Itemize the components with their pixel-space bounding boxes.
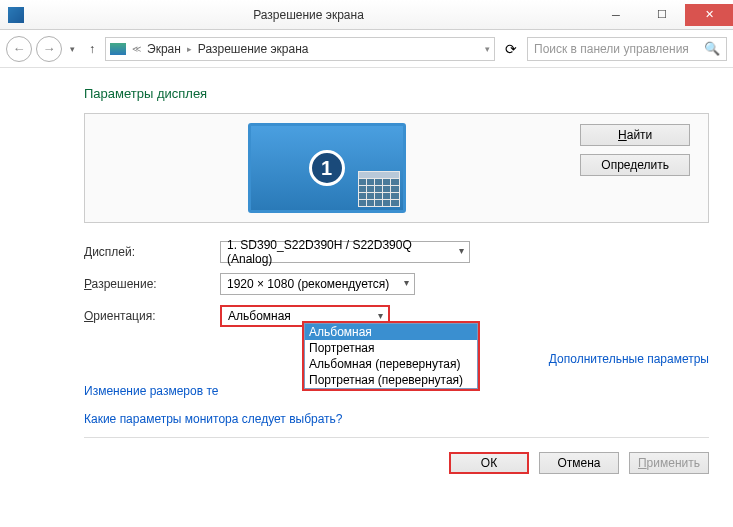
- resolution-row: Разрешение: 1920 × 1080 (рекомендуется): [84, 271, 709, 297]
- which-monitor-link[interactable]: Какие параметры монитора следует выбрать…: [84, 412, 343, 426]
- orientation-dropdown: Альбомная Портретная Альбомная (переверн…: [304, 323, 478, 389]
- resolution-select[interactable]: 1920 × 1080 (рекомендуется): [220, 273, 415, 295]
- titlebar: Разрешение экрана ─ ☐ ✕: [0, 0, 733, 30]
- dialog-footer: ОК Отмена Применить: [84, 437, 709, 474]
- navbar: ← → ▾ ↑ ≪ Экран ▸ Разрешение экрана ▾ ⟳ …: [0, 30, 733, 68]
- content-area: Параметры дисплея 1 Найти Определить Дис…: [0, 86, 733, 488]
- breadcrumb[interactable]: ≪ Экран ▸ Разрешение экрана ▾: [105, 37, 495, 61]
- display-label: Дисплей:: [84, 245, 220, 259]
- orientation-option[interactable]: Альбомная (перевернутая): [305, 356, 477, 372]
- up-button[interactable]: ↑: [83, 42, 101, 56]
- search-input[interactable]: Поиск в панели управления 🔍: [527, 37, 727, 61]
- find-button[interactable]: Найти: [580, 124, 690, 146]
- identify-icon: [358, 171, 400, 207]
- resolution-label: Разрешение:: [84, 277, 220, 291]
- cancel-button[interactable]: Отмена: [539, 452, 619, 474]
- ok-button[interactable]: ОК: [449, 452, 529, 474]
- chevron-down-icon[interactable]: ▾: [485, 44, 490, 54]
- maximize-button[interactable]: ☐: [639, 4, 685, 26]
- apply-button: Применить: [629, 452, 709, 474]
- monitor-preview[interactable]: 1: [248, 123, 406, 213]
- app-icon: [8, 7, 24, 23]
- display-row: Дисплей: 1. SD390_S22D390H / S22D390Q (A…: [84, 239, 709, 265]
- orientation-option[interactable]: Альбомная: [305, 324, 477, 340]
- refresh-button[interactable]: ⟳: [499, 37, 523, 61]
- page-heading: Параметры дисплея: [84, 86, 709, 101]
- display-select[interactable]: 1. SD390_S22D390H / S22D390Q (Analog): [220, 241, 470, 263]
- window-title: Разрешение экрана: [24, 8, 593, 22]
- search-placeholder: Поиск в панели управления: [534, 42, 689, 56]
- breadcrumb-current[interactable]: Разрешение экрана: [198, 42, 309, 56]
- forward-button[interactable]: →: [36, 36, 62, 62]
- chevron-right-icon: ▸: [187, 44, 192, 54]
- close-button[interactable]: ✕: [685, 4, 733, 26]
- search-icon: 🔍: [704, 41, 720, 56]
- advanced-settings-link[interactable]: Дополнительные параметры: [549, 352, 709, 366]
- orientation-option[interactable]: Портретная (перевернутая): [305, 372, 477, 388]
- history-dropdown[interactable]: ▾: [66, 44, 79, 54]
- breadcrumb-root[interactable]: Экран: [147, 42, 181, 56]
- monitor-number: 1: [309, 150, 345, 186]
- orientation-option[interactable]: Портретная: [305, 340, 477, 356]
- control-panel-icon: [110, 43, 126, 55]
- back-button[interactable]: ←: [6, 36, 32, 62]
- orientation-row: Ориентация: Альбомная Альбомная Портретн…: [84, 303, 709, 329]
- detect-button[interactable]: Определить: [580, 154, 690, 176]
- monitor-panel: 1 Найти Определить: [84, 113, 709, 223]
- breadcrumb-sep-icon: ≪: [132, 44, 141, 54]
- orientation-label: Ориентация:: [84, 309, 220, 323]
- text-size-link[interactable]: Изменение размеров те: [84, 384, 218, 398]
- minimize-button[interactable]: ─: [593, 4, 639, 26]
